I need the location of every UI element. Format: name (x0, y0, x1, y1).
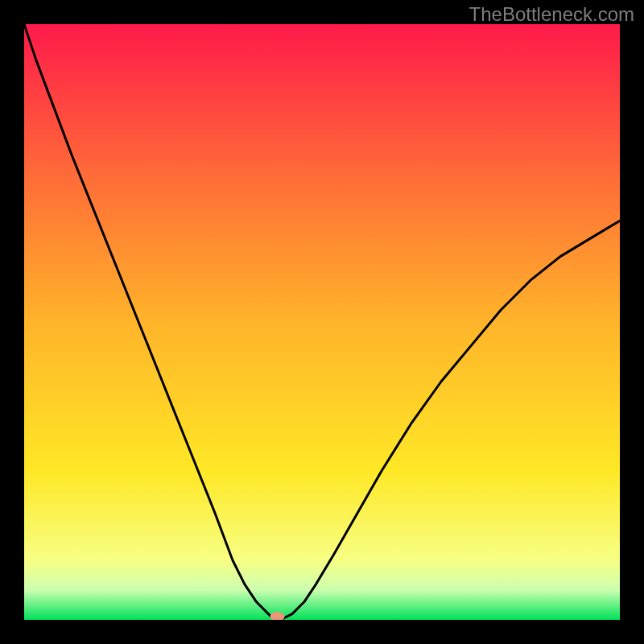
bottleneck-chart (24, 24, 620, 620)
watermark-text: TheBottleneck.com (469, 3, 634, 26)
plot-area (24, 24, 620, 620)
gradient-background (24, 24, 620, 620)
chart-frame: TheBottleneck.com (0, 0, 644, 644)
